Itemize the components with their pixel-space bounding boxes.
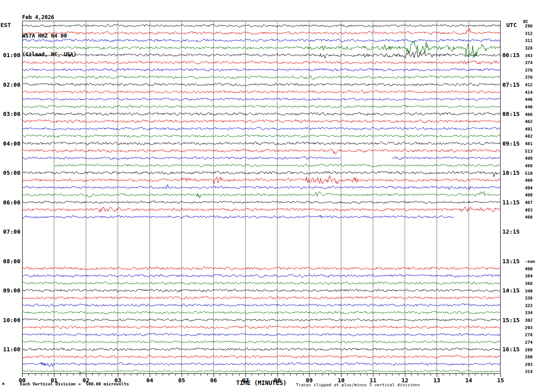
minor-tick: [175, 374, 176, 376]
dc-offset-value: 481: [525, 141, 532, 146]
est-hour-label: 09:00: [0, 287, 20, 294]
dc-offset-value: 278: [525, 332, 532, 337]
major-tick: [22, 374, 23, 377]
minor-tick: [156, 374, 156, 376]
minor-tick: [239, 374, 240, 376]
minor-tick: [379, 374, 380, 376]
minor-tick: [35, 374, 35, 376]
major-tick: [277, 374, 278, 377]
minor-tick: [450, 374, 450, 376]
dc-offset-value: 378: [525, 68, 532, 73]
seismic-trace-row-34: [22, 274, 501, 277]
seismic-trace-row-7: [22, 76, 501, 80]
dc-offset-value: 510: [525, 171, 532, 176]
minor-tick: [284, 374, 284, 376]
seismic-trace-row-5: [22, 61, 501, 64]
seismic-trace-row-11: [22, 105, 501, 108]
est-hour-label: 08:00: [0, 258, 20, 265]
minor-tick: [252, 374, 252, 376]
seismic-trace-row-47: [22, 370, 501, 373]
dc-offset-value: 293: [525, 362, 532, 367]
dc-offset-value: 482: [525, 134, 532, 138]
est-hour-label: 06:00: [0, 199, 20, 206]
minor-tick: [99, 374, 99, 376]
major-tick: [373, 374, 373, 377]
seismic-trace-row-46: [22, 362, 501, 366]
minor-tick: [418, 374, 418, 376]
seismic-trace-row-21: [22, 176, 501, 184]
utc-timezone-label: UTC: [506, 22, 517, 28]
major-tick: [437, 374, 437, 377]
dc-offset-value: 376: [525, 75, 532, 80]
est-hour-label: 03:00: [0, 111, 20, 117]
utc-hour-label: 06:15: [502, 52, 520, 58]
dc-offset-value: 499: [525, 192, 532, 197]
dc-offset-value: 296: [525, 23, 532, 28]
minor-tick: [92, 374, 93, 376]
major-tick: [501, 374, 501, 377]
dc-offset-value: 343: [525, 53, 532, 58]
major-tick: [150, 374, 150, 377]
minor-tick: [220, 374, 220, 376]
seismic-trace-row-14: [22, 127, 501, 130]
seismic-trace-row-23: [22, 192, 501, 198]
trace-plot-area: [22, 21, 501, 374]
seismic-traces-canvas: [22, 21, 501, 374]
est-timezone-label: EST: [0, 22, 11, 28]
minor-tick: [28, 374, 29, 376]
major-tick: [54, 374, 54, 377]
seismic-trace-row-38: [22, 304, 501, 307]
minor-tick: [105, 374, 105, 376]
utc-hour-label: 11:15: [502, 199, 520, 206]
seismic-trace-row-39: [22, 311, 501, 314]
dc-offset-value: 328: [525, 46, 532, 50]
seismic-trace-row-41: [22, 326, 501, 329]
minor-tick: [271, 374, 272, 376]
minor-tick: [124, 374, 124, 376]
dc-offset-value: 483: [525, 208, 532, 212]
dc-offset-value: 289: [525, 347, 532, 352]
utc-hour-label: 12:15: [502, 228, 520, 235]
minor-tick: [354, 374, 354, 376]
dc-offset-value: 338: [525, 296, 532, 300]
seismic-trace-row-43: [22, 341, 501, 343]
dc-offset-value: 302: [525, 318, 532, 323]
minor-tick: [80, 374, 80, 376]
utc-hour-label: 14:15: [502, 287, 520, 294]
vertical-scale-note: Each Vertical Division = 500.00 microvol…: [20, 381, 129, 386]
dc-offset-value: 384: [525, 273, 532, 278]
minor-tick: [367, 374, 367, 376]
minor-tick: [322, 374, 322, 376]
est-hour-label: 01:00: [0, 52, 20, 58]
major-tick: [86, 374, 86, 377]
dc-offset-value: 494: [525, 185, 532, 190]
dc-offset-value: 334: [525, 310, 532, 315]
seismic-trace-row-13: [22, 120, 501, 123]
minor-tick: [131, 374, 131, 376]
minor-tick: [73, 374, 74, 376]
minor-tick: [475, 374, 475, 376]
seismic-trace-row-4: [22, 51, 501, 58]
seismic-trace-row-16: [22, 142, 501, 145]
seismic-trace-row-42: [22, 333, 501, 336]
minor-tick: [112, 374, 112, 376]
est-hour-label: 04:00: [0, 140, 20, 147]
minor-tick: [41, 374, 42, 376]
seismic-trace-row-22: [22, 184, 501, 190]
dc-offset-value: 487: [525, 200, 532, 205]
minor-tick: [290, 374, 291, 376]
seismic-trace-row-6: [22, 68, 501, 71]
seismic-trace-row-1: [22, 29, 501, 35]
dc-offset-value: 499: [525, 178, 532, 183]
major-tick: [182, 374, 182, 377]
dc-offset-value: 446: [525, 104, 532, 109]
seismic-trace-row-37: [22, 296, 501, 300]
dc-offset-value: 311: [525, 38, 532, 43]
major-tick: [245, 374, 246, 377]
dc-offset-value: 462: [525, 119, 532, 124]
dc-offset-value: 340: [525, 288, 532, 293]
seismic-trace-row-40: [22, 319, 501, 321]
minor-tick: [315, 374, 316, 376]
dc-offset-value: 412: [525, 82, 532, 87]
clipping-note: Traces clipped at plus/minus 5 vertical …: [296, 382, 420, 387]
